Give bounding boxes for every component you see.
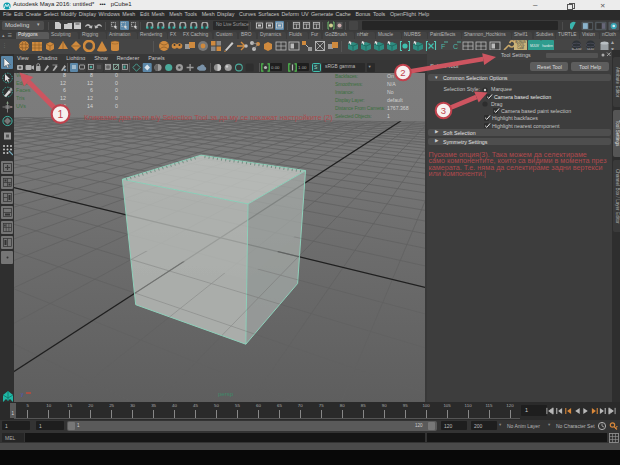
svg-text:2: 2 (400, 67, 405, 78)
svg-text:1: 1 (58, 108, 64, 120)
svg-text:3: 3 (441, 105, 446, 116)
